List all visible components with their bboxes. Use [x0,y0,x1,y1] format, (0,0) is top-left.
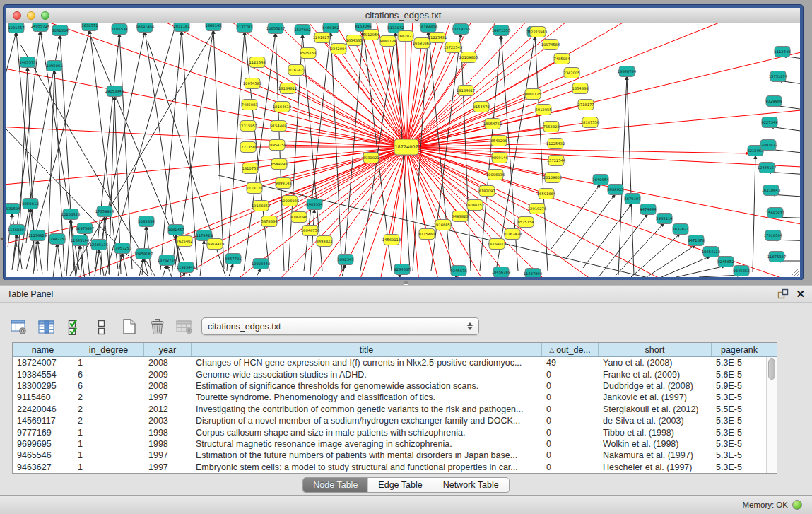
table-cell[interactable]: Disruption of a novel member of a sodium… [192,415,542,426]
column-header-pagerank[interactable]: pagerank [712,343,767,356]
table-cell[interactable]: 5.3E-5 [712,415,767,426]
graph-node[interactable]: 12919277 [313,33,331,43]
graph-node[interactable]: 16648784 [618,66,637,77]
table-cell[interactable]: Genome-wide association studies in ADHD. [192,368,542,380]
graph-node[interactable]: 8938923 [607,185,623,195]
graph-node[interactable]: 16164612 [278,83,297,94]
graph-node[interactable]: 11568294 [8,225,27,235]
graph-node[interactable]: 17957253 [113,243,131,254]
table-row[interactable]: 977716911998Corpus callosum shape and si… [13,426,777,438]
table-cell[interactable]: Dudbridge et al. (2008) [599,380,712,392]
graph-node[interactable]: 2935114 [656,214,673,224]
table-cell[interactable]: Changes of HCN gene expression and I(f) … [192,357,542,368]
table-cell[interactable]: 0 [542,368,599,380]
table-cell[interactable]: 18300295 [13,380,73,392]
graph-node[interactable]: 6549295 [271,159,287,170]
graph-node[interactable]: 18107556 [581,117,599,128]
graph-node[interactable]: 8930021 [363,153,379,163]
column-header-title[interactable]: title [192,343,542,356]
graph-node[interactable]: 10456789 [492,267,510,278]
graph-node[interactable]: 16782759 [158,255,176,266]
zoom-window-button[interactable] [41,11,49,20]
table-cell[interactable]: 0 [542,462,599,473]
table-cell[interactable]: 0 [542,438,599,450]
column-header-out_de[interactable]: △out_de... [542,343,599,356]
graph-node[interactable]: 18164616 [273,102,291,112]
citation-edge-red[interactable] [406,36,406,147]
table-cell[interactable]: 0 [542,380,599,392]
table-cell[interactable]: 19384554 [13,368,73,380]
graph-node[interactable]: 2342004 [330,44,347,54]
table-cell[interactable]: Yano et al. (2008) [599,357,712,368]
citation-edge-black[interactable] [276,33,284,271]
graph-node[interactable]: 9860124 [379,36,396,47]
graph-node[interactable]: 5912955 [535,105,551,115]
table-cell[interactable]: 0 [542,426,599,438]
graph-node[interactable]: 10096936 [486,170,505,180]
table-cell[interactable]: Estimation of the future numbers of pati… [192,450,542,461]
graph-node[interactable]: 20109606 [543,173,562,183]
graph-node[interactable]: 20109605 [459,52,478,63]
table-row[interactable]: 946554611997Estimation of the future num… [13,450,777,461]
graph-node[interactable]: 12444157 [758,163,776,173]
table-cell[interactable]: de Silva et al. (2003) [599,415,712,426]
float-panel-icon[interactable] [777,288,789,299]
table-cell[interactable]: 18724007 [13,357,73,368]
graph-node[interactable]: 9154470 [473,102,489,112]
table-row[interactable]: 1938455462009Genome-wide association stu… [13,368,777,380]
table-cell[interactable]: 2 [73,404,144,415]
graph-node[interactable]: 8182097 [478,186,495,197]
graph-node[interactable]: 17359924 [95,206,114,217]
table-cell[interactable]: Tourette syndrome. Phenomenology and cla… [192,392,542,403]
splitter-handle[interactable] [404,281,408,284]
citation-edge-red[interactable] [6,147,406,206]
graph-node[interactable]: 7485083 [241,100,257,110]
table-cell[interactable]: 1 [73,426,144,438]
table-cell[interactable]: 5.3E-5 [712,462,767,473]
citation-edge-red[interactable] [339,49,406,147]
table-cell[interactable]: 1 [73,462,144,473]
graph-node[interactable]: 2342005 [563,68,579,78]
graph-node[interactable]: 1092345 [337,255,353,265]
citation-edge-red[interactable] [354,40,406,147]
graph-node[interactable]: 12215943 [529,27,547,37]
table-cell[interactable]: 5.3E-5 [712,438,767,450]
citation-edge-black[interactable] [310,209,314,275]
citation-edge-red[interactable] [406,47,453,147]
graph-node[interactable]: 2105534 [111,24,128,35]
graph-node[interactable]: 10096935 [281,196,299,206]
minimize-window-button[interactable] [27,11,35,20]
citation-edge-black[interactable] [343,30,363,271]
graph-node[interactable]: 2405573 [19,57,35,68]
graph-node[interactable]: 19166852 [252,201,270,211]
graph-node[interactable]: 20206526 [61,209,80,220]
citation-edge-red[interactable] [406,147,537,209]
graph-node[interactable]: 7625402 [176,236,192,247]
select-all-columns-button[interactable] [65,317,83,336]
table-cell[interactable]: 5.3E-5 [712,450,767,461]
citation-edge-black[interactable] [66,218,71,276]
graph-node[interactable]: 9245652 [717,257,734,267]
graph-node[interactable]: 16164616 [419,23,437,33]
tab-edge-table[interactable]: Edge Table [368,478,433,492]
network-canvas[interactable]: 1991557240557243051304163057121055343069… [6,23,800,277]
graph-node[interactable]: 16046757 [466,200,484,211]
citation-edge-black[interactable] [753,155,755,272]
graph-node[interactable]: 9329966 [765,96,782,107]
resize-grip-icon[interactable] [792,269,799,276]
table-row[interactable]: 911546021997Tourette syndrome. Phenomeno… [13,392,777,403]
graph-node[interactable]: 16210643 [762,185,780,196]
table-cell[interactable]: 1 [73,357,144,368]
graph-node[interactable]: 10654112 [702,247,720,257]
attribute-table[interactable]: namein_degreeyeartitle△out_de...shortpag… [12,342,777,474]
graph-node[interactable]: 9931594 [6,204,20,214]
graph-node[interactable]: 9245653 [733,266,749,276]
memory-ok-indicator[interactable] [792,500,802,510]
citation-edge-black[interactable] [163,264,167,277]
graph-node[interactable]: 7485084 [553,54,570,64]
graph-node[interactable]: 10167427 [287,65,305,76]
table-cell[interactable]: Hescheler et al. (1997) [599,462,712,473]
graph-node[interactable]: 9899146 [491,153,507,163]
column-header-name[interactable]: name [13,343,73,356]
graph-node[interactable]: 7663823 [543,122,559,132]
